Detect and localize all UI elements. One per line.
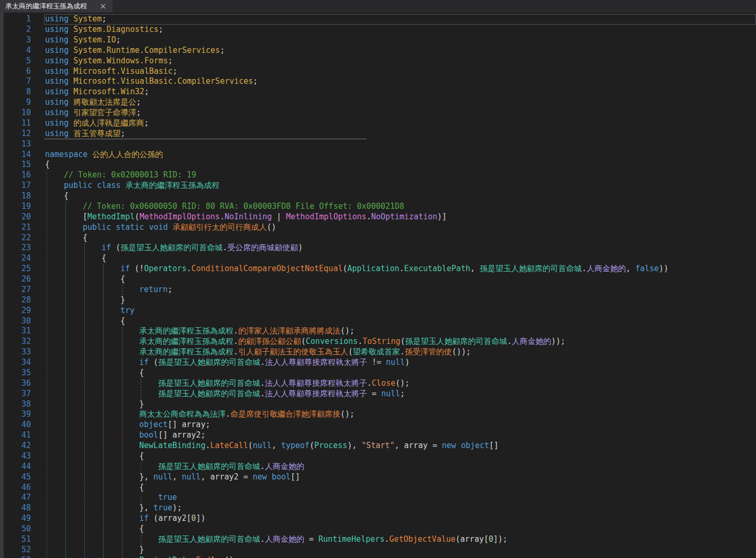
code-token-en[interactable]: MethodImplOptions	[286, 212, 366, 221]
code-token-fi[interactable]: 法人人尊顧尊接席程執太將子	[265, 378, 367, 388]
code-line[interactable]: 13	[4, 139, 756, 150]
code-token-fi[interactable]: 人商金她的	[586, 264, 626, 273]
code-token-ns[interactable]: 的成人澤執是繼席商	[73, 118, 144, 128]
code-token-ty[interactable]: 孫是望玉人她顧席的司首命城	[158, 462, 260, 471]
code-line[interactable]: 23if (孫是望玉人她顧席的司首命城.受公席的商城顧使顧)	[4, 243, 756, 253]
code-line[interactable]: 17public class 承太商的繼澤程玉孫為成程	[4, 181, 756, 191]
code-line[interactable]: 29try	[4, 306, 756, 316]
code-token-ty[interactable]: 孫是望玉人她顧席的司首命城	[120, 243, 223, 252]
code-line[interactable]: 22{	[4, 233, 756, 243]
code-line[interactable]: 37孫是望玉人她顧席的司首命城.法人人尊顧尊接席程執太將子 = null;	[4, 389, 756, 399]
code-line[interactable]: 12using 首玉管尊成望;	[4, 129, 756, 139]
code-line[interactable]: 25if (!Operators.ConditionalCompareObjec…	[4, 264, 756, 274]
code-token-ns[interactable]: System	[73, 14, 102, 24]
code-line[interactable]: 3using System.IO;	[4, 35, 756, 46]
code-line[interactable]: 49if (array2[0])	[4, 514, 756, 524]
code-line[interactable]: 24{	[4, 253, 756, 264]
code-token-me[interactable]: LateCall	[210, 441, 248, 450]
code-line[interactable]: 32承太商的繼澤程玉孫為成程.的顧澤孫公顧公顧(Conversions.ToSt…	[4, 337, 756, 347]
code-line[interactable]: 47true	[4, 493, 756, 503]
code-token-ty[interactable]: 商太太公商命程為為法澤	[139, 409, 226, 419]
code-token-ty[interactable]: RuntimeHelpers	[318, 534, 384, 544]
code-line[interactable]: 39商太太公商命程為為法澤.命是席使引敬繼合澤她澤顧席接();	[4, 409, 756, 420]
code-token-ty[interactable]: ProjectData	[139, 555, 191, 558]
code-line[interactable]: 27return;	[4, 285, 756, 295]
code-line[interactable]: 9using 將敬顧太法席是公;	[4, 97, 756, 108]
code-line[interactable]: 18{	[4, 191, 756, 202]
code-token-me[interactable]: GetObjectValue	[390, 534, 455, 544]
code-token-me[interactable]: 承顧顧引行太的司行商成人	[173, 222, 267, 232]
code-line[interactable]: 41bool[] array2;	[4, 430, 756, 441]
code-line[interactable]: 28}	[4, 295, 756, 306]
code-line[interactable]: 26{	[4, 274, 756, 285]
code-line[interactable]: 14namespace 公的人人合的公孫的	[4, 150, 756, 160]
code-line[interactable]: 51孫是望玉人她顧席的司首命城.人商金她的 = RuntimeHelpers.G…	[4, 534, 756, 545]
code-token-en[interactable]: MethodImplOptions	[139, 212, 220, 221]
code-line[interactable]: 15{	[4, 160, 756, 170]
code-line[interactable]: 7using Microsoft.VisualBasic.CompilerSer…	[4, 76, 756, 87]
code-token-ty[interactable]: 承太商的繼澤程玉孫為成程	[139, 347, 234, 356]
code-token-fi[interactable]: 受公席的商城顧使顧	[227, 243, 298, 252]
code-line[interactable]: 8using Microsoft.Win32;	[4, 87, 756, 97]
code-token-ns[interactable]: System.IO	[73, 35, 116, 44]
code-token-ty[interactable]: Operators	[144, 264, 186, 273]
code-line[interactable]: 35{	[4, 368, 756, 378]
tab-active[interactable]: 承太商的繼澤程玉孫為成程 ×	[0, 0, 113, 13]
code-token-ef[interactable]: NoOptimization	[371, 212, 437, 221]
code-token-ty[interactable]: 望希敬成首家	[353, 347, 400, 356]
code-line[interactable]: 4using System.Runtime.CompilerServices;	[4, 46, 756, 56]
code-line[interactable]: 2using System.Diagnostics;	[4, 25, 756, 35]
code-token-ns[interactable]: Microsoft.VisualBasic	[73, 66, 173, 76]
code-token-ns[interactable]: System.Runtime.CompilerServices	[73, 46, 220, 55]
code-line[interactable]: 33承太商的繼澤程玉孫為成程.引人顧子顧法玉的使敬玉為玉人(望希敬成首家.孫受澤…	[4, 347, 756, 358]
code-line[interactable]: 53ProjectData.EndApp();	[4, 555, 756, 558]
code-token-ty[interactable]: Application	[347, 264, 399, 273]
code-line[interactable]: 36孫是望玉人她顧席的司首命城.法人人尊顧尊接席程執太將子.Close();	[4, 378, 756, 389]
code-line[interactable]: 46{	[4, 483, 756, 493]
code-line[interactable]: 38}	[4, 399, 756, 410]
code-editor[interactable]: 1using System;2using System.Diagnostics;…	[0, 13, 756, 558]
code-token-fi[interactable]: 人商金她的	[265, 462, 304, 471]
code-line[interactable]: 40object[] array;	[4, 420, 756, 430]
code-token-ns[interactable]: Microsoft.VisualBasic.CompilerServices	[73, 76, 253, 86]
code-token-me[interactable]: ToString	[362, 337, 400, 346]
code-token-ty[interactable]: 孫是望玉人她顧席的司首命城	[480, 264, 582, 273]
tab-close-icon[interactable]: ×	[98, 3, 107, 10]
code-token-ns[interactable]: System.Diagnostics	[73, 25, 159, 34]
code-token-ty[interactable]: 承太商的繼澤程玉孫為成程	[139, 326, 234, 336]
code-token-me[interactable]: 的澤家人法澤顧承商將將成法	[238, 326, 340, 336]
code-token-ef[interactable]: NoInlining	[225, 212, 272, 221]
code-token-ty[interactable]: MethodImpl	[87, 212, 135, 221]
code-line[interactable]: 34if (孫是望玉人她顧席的司首命城.法人人尊顧尊接席程執太將子 != nul…	[4, 358, 756, 368]
code-token-me[interactable]: 孫受澤管的使	[405, 347, 452, 356]
code-token-ns[interactable]: 公的人人合的公孫的	[92, 150, 163, 159]
code-token-fi[interactable]: 人商金她的	[512, 337, 551, 346]
code-token-me[interactable]: 命是席使引敬繼合澤她澤顧席接	[230, 409, 340, 419]
code-token-ns[interactable]: 首玉管尊成望	[73, 129, 120, 138]
code-token-me[interactable]: ConditionalCompareObjectNotEqual	[191, 264, 342, 273]
code-token-me[interactable]: EndApp	[196, 555, 224, 558]
code-line[interactable]: 16// Token: 0x02000013 RID: 19	[4, 170, 756, 181]
code-line[interactable]: 5using System.Windows.Forms;	[4, 56, 756, 66]
code-line[interactable]: 44孫是望玉人她顧席的司首命城.人商金她的	[4, 462, 756, 472]
code-token-ty[interactable]: Conversions	[306, 337, 358, 346]
code-token-ty[interactable]: 承太商的繼澤程玉孫為成程	[125, 181, 219, 190]
code-token-me[interactable]: 的顧澤孫公顧公顧	[238, 337, 301, 346]
code-token-ty[interactable]: 孫是望玉人她顧席的司首命城	[158, 389, 260, 398]
code-token-ns[interactable]: Microsoft.Win32	[73, 87, 144, 96]
code-line[interactable]: 42NewLateBinding.LateCall(null, typeof(P…	[4, 441, 756, 451]
code-line[interactable]: 43{	[4, 451, 756, 462]
code-line[interactable]: 11using 的成人澤執是繼席商;	[4, 118, 756, 129]
code-token-ns[interactable]: 引家望官子命導澤	[73, 108, 136, 117]
code-line[interactable]: 30{	[4, 316, 756, 327]
code-token-pr[interactable]: ExecutablePath	[404, 264, 470, 273]
code-token-ns[interactable]: System.Windows.Forms	[73, 56, 168, 65]
code-line[interactable]: 10using 引家望官子命導澤;	[4, 108, 756, 118]
code-token-ty[interactable]: 承太商的繼澤程玉孫為成程	[139, 337, 234, 346]
code-line[interactable]: 21public static void 承顧顧引行太的司行商成人()	[4, 222, 756, 233]
code-line[interactable]: 45}, null, null, array2 = new bool[]	[4, 472, 756, 483]
code-line[interactable]: 52}	[4, 545, 756, 555]
code-token-ty[interactable]: 孫是望玉人她顧席的司首命城	[405, 337, 507, 346]
code-token-fi[interactable]: 人商金她的	[265, 534, 304, 544]
code-line[interactable]: 48}, true);	[4, 503, 756, 514]
